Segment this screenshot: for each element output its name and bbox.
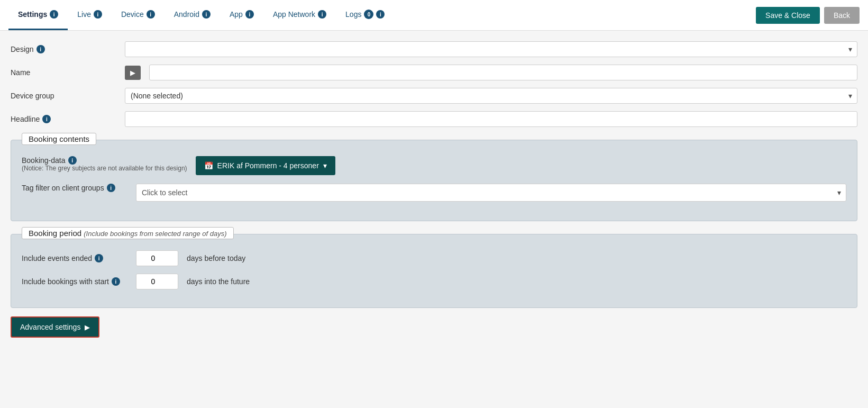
include-ended-input[interactable] [136, 250, 178, 266]
booking-data-control: 📅 ERIK af Pommern - 4 personer ▾ [196, 156, 846, 175]
name-icon-button[interactable]: ▶ [125, 66, 141, 80]
tab-android-label: Android [174, 10, 199, 19]
tag-filter-label-wrap: Tag filter on client groups i [22, 184, 127, 192]
save-close-button[interactable]: Save & Close [756, 7, 820, 24]
tab-logs-info[interactable]: i [376, 10, 385, 19]
tab-logs-label: Logs [345, 10, 361, 19]
tab-app[interactable]: App i [220, 0, 263, 30]
tab-logs[interactable]: Logs 0 i [336, 0, 394, 30]
headline-info-icon[interactable]: i [42, 115, 51, 123]
tag-filter-info-icon[interactable]: i [107, 184, 115, 192]
tab-device-info[interactable]: i [147, 10, 155, 19]
advanced-settings-button[interactable]: Advanced settings ▶ [11, 316, 99, 338]
main-content: Design i Name ▶ Device group (None selec… [0, 31, 868, 408]
tag-filter-select[interactable]: Click to select [136, 184, 846, 202]
design-label: Design i [11, 45, 116, 53]
name-input[interactable] [149, 65, 857, 80]
headline-row: Headline i [11, 111, 857, 127]
include-ended-suffix: days before today [187, 254, 245, 262]
design-select[interactable] [125, 41, 857, 57]
headline-label: Headline i [11, 115, 116, 123]
back-button[interactable]: Back [824, 7, 860, 24]
include-ended-info-icon[interactable]: i [95, 254, 103, 262]
tab-app-network[interactable]: App Network i [263, 0, 336, 30]
name-row: Name ▶ [11, 65, 857, 80]
device-group-select-wrap: (None selected) [125, 88, 857, 104]
include-start-row: Include bookings with start i days into … [22, 274, 846, 289]
booking-data-notice: (Notice: The grey subjects are not avail… [22, 165, 187, 172]
booking-data-label-wrap: Booking-data i (Notice: The grey subject… [22, 156, 187, 172]
booking-data-caret: ▾ [323, 161, 327, 170]
booking-period-inner: Include events ended i days before today… [22, 250, 846, 289]
booking-contents-title: Booking contents [22, 133, 96, 145]
booking-period-title: Booking period (Include bookings from se… [22, 227, 234, 239]
booking-data-row: Booking-data i (Notice: The grey subject… [22, 156, 846, 175]
nav-actions: Save & Close Back [756, 7, 860, 24]
tab-settings[interactable]: Settings i [8, 0, 68, 30]
tab-app-label: App [230, 10, 243, 19]
tab-live[interactable]: Live i [68, 0, 112, 30]
tab-settings-label: Settings [18, 10, 47, 19]
booking-contents-section: Booking contents Booking-data i (Notice:… [11, 140, 857, 221]
tab-device[interactable]: Device i [112, 0, 165, 30]
headline-input[interactable] [125, 111, 857, 127]
booking-data-info-icon[interactable]: i [68, 156, 77, 165]
include-start-info-icon[interactable]: i [112, 277, 120, 286]
booking-contents-inner: Booking-data i (Notice: The grey subject… [22, 156, 846, 202]
include-ended-label: Include events ended i [22, 254, 127, 262]
advanced-settings-label: Advanced settings [20, 323, 80, 331]
headline-input-wrap [125, 111, 857, 127]
design-row: Design i [11, 41, 857, 57]
tab-android-info[interactable]: i [202, 10, 211, 19]
logs-badge: 0 [364, 10, 373, 19]
device-group-row: Device group (None selected) [11, 88, 857, 104]
calendar-icon: 📅 [204, 161, 213, 170]
booking-data-button[interactable]: 📅 ERIK af Pommern - 4 personer ▾ [196, 156, 335, 175]
tab-settings-info[interactable]: i [50, 10, 58, 19]
tab-app-network-info[interactable]: i [318, 10, 326, 19]
booking-period-section: Booking period (Include bookings from se… [11, 234, 857, 308]
device-group-select[interactable]: (None selected) [125, 88, 857, 104]
tab-app-network-label: App Network [273, 10, 315, 19]
tag-filter-row: Tag filter on client groups i Click to s… [22, 184, 846, 202]
name-label: Name [11, 68, 116, 77]
include-start-suffix: days into the future [187, 277, 250, 286]
tab-live-label: Live [77, 10, 91, 19]
include-start-input[interactable] [136, 274, 178, 289]
tab-device-label: Device [121, 10, 144, 19]
device-group-label: Device group [11, 92, 116, 100]
tab-app-info[interactable]: i [245, 10, 254, 19]
include-start-label: Include bookings with start i [22, 277, 127, 286]
advanced-settings-arrow: ▶ [85, 323, 90, 331]
design-select-wrap [125, 41, 857, 57]
booking-data-value: ERIK af Pommern - 4 personer [217, 161, 319, 170]
top-nav: Settings i Live i Device i Android i App… [0, 0, 868, 31]
tag-filter-select-wrap: Click to select [136, 184, 846, 202]
tab-android[interactable]: Android i [165, 0, 220, 30]
include-ended-row: Include events ended i days before today [22, 250, 846, 266]
design-info-icon[interactable]: i [36, 45, 45, 53]
nav-tabs: Settings i Live i Device i Android i App… [8, 0, 394, 30]
tab-live-info[interactable]: i [94, 10, 102, 19]
